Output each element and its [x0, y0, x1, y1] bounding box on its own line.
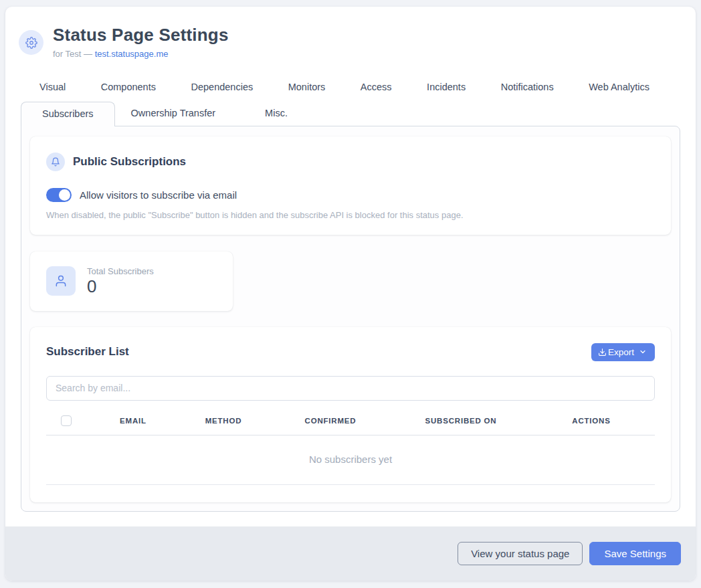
download-icon — [598, 348, 607, 357]
chevron-down-icon — [639, 348, 647, 356]
tab-bar-secondary: Subscribers Ownership Transfer Misc. — [21, 102, 680, 126]
tab-subscribers[interactable]: Subscribers — [21, 102, 115, 126]
empty-state-message: No subscribers yet — [46, 435, 655, 485]
gear-icon — [19, 30, 43, 55]
column-header-subscribed-on: SUBSCRIBED ON — [394, 417, 528, 425]
search-input[interactable] — [46, 376, 655, 401]
subscriber-list-card: Subscriber List Export — [30, 327, 671, 502]
column-header-actions: ACTIONS — [528, 417, 655, 425]
tab-ownership-transfer[interactable]: Ownership Transfer — [115, 102, 232, 126]
public-subscriptions-title: Public Subscriptions — [73, 155, 186, 169]
user-icon — [46, 266, 76, 296]
select-all-checkbox[interactable] — [61, 415, 72, 426]
tab-dependencies[interactable]: Dependencies — [189, 79, 254, 95]
settings-window: Status Page Settings for Test — test.sta… — [5, 7, 696, 581]
total-subscribers-value: 0 — [87, 277, 154, 296]
page-header-text: Status Page Settings for Test — test.sta… — [53, 25, 229, 59]
tab-misc[interactable]: Misc. — [249, 102, 304, 126]
subscriber-list-header: Subscriber List Export — [46, 343, 655, 361]
total-subscribers-card: Total Subscribers 0 — [30, 252, 233, 311]
export-button[interactable]: Export — [591, 343, 655, 361]
subtitle-prefix: for Test — — [53, 49, 95, 59]
save-settings-button[interactable]: Save Settings — [589, 542, 681, 565]
subscribe-toggle-label: Allow visitors to subscribe via email — [80, 189, 237, 201]
page-subtitle: for Test — test.statuspage.me — [53, 49, 229, 59]
view-status-page-button[interactable]: View your status page — [458, 542, 583, 565]
bell-icon — [46, 153, 65, 171]
column-header-confirmed: CONFIRMED — [267, 417, 394, 425]
column-header-method: METHOD — [180, 417, 267, 425]
subscribers-panel: Public Subscriptions Allow visitors to s… — [21, 126, 680, 512]
column-header-email: EMAIL — [86, 417, 180, 425]
subscribe-help-text: When disabled, the public "Subscribe" bu… — [46, 210, 655, 220]
public-subscriptions-header: Public Subscriptions — [46, 153, 655, 171]
tab-visual[interactable]: Visual — [38, 79, 67, 95]
export-button-label: Export — [608, 347, 634, 357]
total-subscribers-label: Total Subscribers — [87, 266, 154, 276]
table-header-row: EMAIL METHOD CONFIRMED SUBSCRIBED ON ACT… — [46, 415, 655, 435]
tab-web-analytics[interactable]: Web Analytics — [587, 79, 651, 95]
tab-access[interactable]: Access — [359, 79, 393, 95]
page-header: Status Page Settings for Test — test.sta… — [5, 7, 696, 59]
tab-components[interactable]: Components — [100, 79, 157, 95]
tab-bar-primary: Visual Components Dependencies Monitors … — [38, 79, 651, 95]
tab-monitors[interactable]: Monitors — [287, 79, 327, 95]
tab-incidents[interactable]: Incidents — [425, 79, 467, 95]
subscribe-toggle-row: Allow visitors to subscribe via email — [46, 188, 655, 202]
public-subscriptions-card: Public Subscriptions Allow visitors to s… — [30, 136, 671, 235]
subscriber-list-title: Subscriber List — [46, 345, 129, 359]
total-subscribers-text: Total Subscribers 0 — [87, 266, 154, 296]
footer-bar: View your status page Save Settings — [5, 526, 696, 581]
tab-notifications[interactable]: Notifications — [500, 79, 555, 95]
page-title: Status Page Settings — [53, 25, 229, 45]
toggle-knob — [59, 189, 70, 201]
subscribe-toggle[interactable] — [46, 188, 72, 202]
status-page-link[interactable]: test.statuspage.me — [95, 49, 169, 59]
